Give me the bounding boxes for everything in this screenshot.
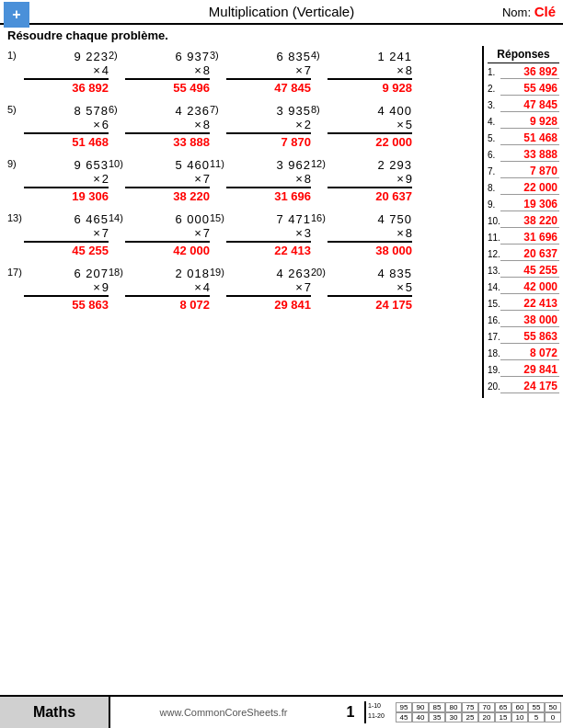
stats-row: 1-1095908580757065605550: [368, 702, 561, 712]
stats-cell: 40: [412, 712, 429, 722]
problem-line: [226, 241, 311, 243]
answer-value: 45 255: [500, 264, 559, 278]
problem-answer: 9 928: [382, 81, 412, 95]
problem-line: [327, 132, 412, 134]
problem-content: 6 207 × 9 55 863: [24, 267, 109, 312]
answer-number: 12.: [488, 249, 500, 259]
problem-mult-row: × 6: [24, 118, 109, 131]
mult-sign: ×: [93, 118, 100, 131]
problem-top: 6 937: [175, 50, 210, 63]
problem-mult: 8: [406, 226, 412, 240]
problem-top: 5 460: [175, 158, 210, 172]
problem-mult-row: × 8: [125, 118, 210, 131]
problem-answer: 8 072: [179, 298, 210, 312]
problem-top: 6 000: [175, 212, 210, 226]
problem-number: 6): [109, 104, 118, 115]
answer-value: 33 888: [500, 148, 559, 162]
problem-mult: 9: [406, 172, 412, 186]
problem: 2) 6 937 × 8 55 496: [109, 50, 210, 95]
problem-content: 6 835 × 7 47 845: [226, 50, 311, 95]
stats-cell: 95: [396, 702, 412, 712]
stats-cell: 70: [478, 702, 495, 712]
problem-number: 3): [210, 50, 219, 61]
problem-answer: 22 413: [274, 244, 311, 257]
problem-line: [125, 241, 210, 243]
problem-mult-row: × 5: [327, 280, 412, 294]
footer-stats: 1-109590858075706560555011-2045403530252…: [364, 701, 563, 723]
answer-value: 38 000: [500, 313, 559, 327]
problem-line: [226, 78, 311, 80]
answer-value: 24 175: [500, 380, 559, 393]
problem-top: 9 653: [74, 158, 109, 172]
answer-number: 1.: [488, 67, 500, 77]
stats-cell: 50: [545, 702, 561, 712]
problem-mult: 8: [203, 63, 210, 77]
problem-mult: 8: [406, 63, 412, 77]
footer: Maths www.CommonCoreSheets.fr 1 1-109590…: [0, 695, 563, 728]
problem: 7) 3 935 × 2 7 870: [210, 104, 311, 149]
problem-line: [125, 295, 210, 297]
answer-value: 51 468: [500, 131, 559, 145]
problem-line: [327, 241, 412, 243]
mult-sign: ×: [93, 280, 100, 294]
answer-number: 2.: [488, 84, 500, 94]
answer-value: 42 000: [500, 280, 559, 294]
problem-mult-row: × 4: [125, 280, 210, 294]
stats-cell: 20: [478, 712, 495, 722]
problem: 13) 6 465 × 7 45 255: [7, 212, 109, 257]
answer-value: 7 870: [500, 165, 559, 178]
answer-number: 9.: [488, 199, 500, 210]
problem-top: 2 293: [377, 158, 412, 172]
problem-number: 19): [210, 267, 224, 278]
problem-mult-row: × 5: [327, 118, 412, 131]
answer-value: 20 637: [500, 247, 559, 261]
problem-mult: 6: [102, 118, 109, 131]
problem: 18) 2 018 × 4 8 072: [109, 267, 210, 312]
answer-number: 17.: [488, 332, 500, 342]
mult-sign: ×: [194, 118, 201, 131]
mult-sign: ×: [295, 226, 303, 240]
problem-answer: 24 175: [375, 298, 412, 312]
problem-mult-row: × 7: [226, 63, 311, 77]
stats-label: 1-10: [368, 702, 396, 712]
mult-sign: ×: [194, 63, 201, 77]
problem-row: 5) 8 578 × 6 51 468 6) 4 236 × 8 33 888: [7, 104, 475, 149]
problem-line: [327, 78, 412, 80]
answer-number: 18.: [488, 348, 500, 358]
problem-number: 12): [311, 158, 326, 169]
problem-line: [125, 78, 210, 80]
mult-sign: ×: [194, 226, 201, 240]
mult-sign: ×: [396, 172, 404, 186]
footer-maths-label: Maths: [0, 697, 110, 728]
problem-number: 1): [7, 50, 17, 61]
problem-top: 2 018: [175, 267, 210, 280]
answers-header: Réponses: [488, 48, 559, 63]
header: + Multiplication (Verticale) Nom: Clé: [0, 0, 563, 25]
answer-value: 19 306: [500, 198, 559, 211]
problem-content: 1 241 × 8 9 928: [327, 50, 412, 95]
problem-content: 4 750 × 8 38 000: [327, 212, 412, 257]
answer-number: 13.: [488, 266, 500, 276]
problem-number: 5): [7, 104, 17, 115]
problem-mult-row: × 7: [24, 226, 109, 240]
problem-content: 6 000 × 7 42 000: [125, 212, 210, 257]
problem-top: 6 835: [276, 50, 311, 63]
cle-label: Clé: [534, 4, 556, 19]
mult-sign: ×: [396, 118, 404, 131]
problem-content: 6 465 × 7 45 255: [24, 212, 109, 257]
problem-answer: 45 255: [72, 244, 109, 257]
problem-top: 4 750: [377, 212, 412, 226]
problem: 17) 6 207 × 9 55 863: [7, 267, 109, 312]
problem-mult: 7: [203, 226, 210, 240]
problem: 8) 4 400 × 5 22 000: [311, 104, 412, 149]
stats-cell: 65: [495, 702, 511, 712]
problem: 11) 3 962 × 8 31 696: [210, 158, 311, 203]
problem-mult-row: × 4: [24, 63, 109, 77]
answer-value: 22 000: [500, 181, 559, 195]
problem-mult: 8: [304, 172, 311, 186]
answer-item: 20. 24 175: [488, 380, 559, 393]
problem: 4) 1 241 × 8 9 928: [311, 50, 412, 95]
problem-number: 14): [109, 212, 123, 223]
answer-number: 14.: [488, 282, 500, 292]
stats-cell: 15: [495, 712, 511, 722]
